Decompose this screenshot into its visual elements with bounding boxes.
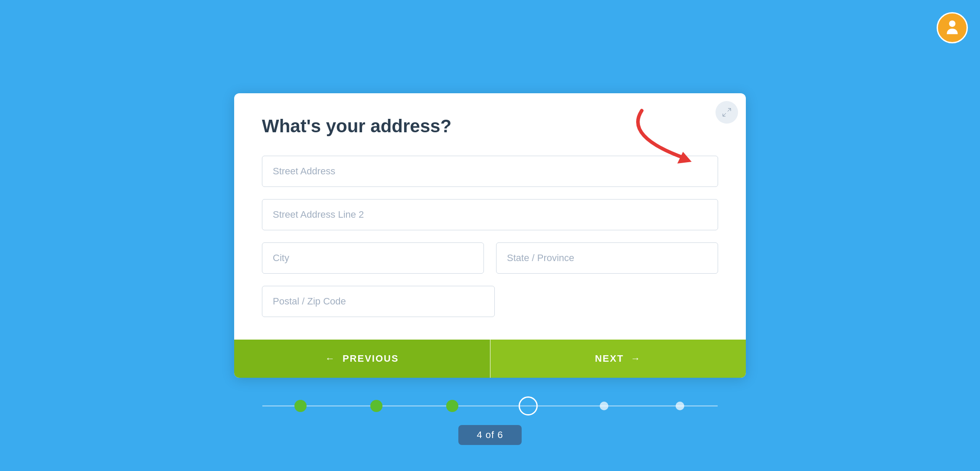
card-body: What's your address? — [234, 93, 746, 340]
dot-wrapper-4 — [490, 396, 566, 415]
postal-zip-input[interactable] — [262, 286, 495, 317]
progress-dot-3 — [446, 400, 458, 412]
avatar-button[interactable] — [937, 12, 968, 43]
next-label: NEXT — [595, 353, 624, 364]
state-province-input[interactable] — [496, 242, 718, 274]
dot-wrapper-6 — [642, 402, 718, 410]
street-address-line2-group — [262, 199, 718, 230]
progress-dots — [262, 396, 718, 415]
dot-wrapper-1 — [262, 400, 338, 412]
street-address-line2-input[interactable] — [262, 199, 718, 230]
svg-line-2 — [723, 113, 726, 116]
progress-dot-6 — [676, 402, 684, 410]
form-card: What's your address? ← PREVIOUS NEXT → — [234, 93, 746, 378]
dot-wrapper-3 — [414, 400, 490, 412]
dot-wrapper-2 — [338, 400, 414, 412]
progress-dot-4 — [519, 396, 538, 415]
street-address-group — [262, 156, 718, 187]
progress-dot-1 — [294, 400, 307, 412]
page-indicator: 4 of 6 — [458, 425, 521, 445]
svg-line-1 — [728, 108, 731, 111]
street-address-input[interactable] — [262, 156, 718, 187]
next-button[interactable]: NEXT → — [490, 340, 746, 378]
postal-row — [262, 286, 718, 317]
progress-container: 4 of 6 — [262, 396, 718, 445]
city-state-row — [262, 242, 718, 274]
next-arrow-icon: → — [631, 353, 641, 364]
progress-dot-5 — [600, 402, 608, 410]
postal-spacer — [507, 286, 718, 317]
form-title: What's your address? — [262, 116, 718, 137]
progress-dot-2 — [370, 400, 382, 412]
previous-arrow-icon: ← — [325, 353, 336, 364]
expand-button[interactable] — [715, 101, 738, 124]
previous-label: PREVIOUS — [343, 353, 399, 364]
previous-button[interactable]: ← PREVIOUS — [234, 340, 490, 378]
dot-wrapper-5 — [566, 402, 642, 410]
city-input[interactable] — [262, 242, 484, 274]
nav-buttons: ← PREVIOUS NEXT → — [234, 340, 746, 378]
